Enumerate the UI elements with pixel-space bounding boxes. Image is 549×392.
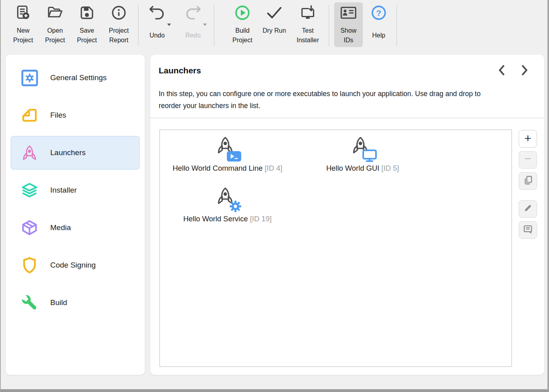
toolbar: New Project Open Project Save Project (1, 0, 547, 50)
test-installer-button[interactable]: Test Installer (290, 2, 325, 45)
build-project-icon (234, 4, 251, 22)
undo-button[interactable]: Undo (142, 2, 172, 40)
file-icon (20, 106, 39, 124)
toolbar-button-label: Redo (185, 31, 201, 40)
open-project-icon (46, 4, 64, 22)
save-project-button[interactable]: Save Project (71, 2, 103, 45)
toolbar-button-label: New Project (10, 26, 36, 45)
plus-icon: + (524, 132, 531, 144)
launcher-icon (350, 136, 376, 161)
gear-square-icon (20, 69, 39, 87)
dry-run-icon (266, 4, 283, 22)
sidebar-item-label: Build (50, 298, 67, 307)
next-step-button[interactable] (519, 64, 531, 78)
page-title: Launchers (159, 66, 201, 75)
launcher-item-service[interactable]: Hello World Service [ID 19] (160, 183, 295, 234)
wrench-icon (20, 294, 39, 312)
chevron-right-icon (521, 64, 528, 78)
project-report-button[interactable]: Project Report (103, 2, 135, 45)
remove-launcher-button[interactable]: − (519, 151, 537, 169)
copy-icon (523, 175, 533, 187)
new-project-button[interactable]: New Project (7, 2, 39, 45)
main-panel: Launchers In this step, you can configur… (150, 55, 544, 375)
toolbar-button-label: Test Installer (295, 26, 321, 45)
chevron-left-icon (498, 64, 505, 78)
minus-icon: − (524, 153, 531, 165)
toolbar-separator (138, 5, 139, 46)
launcher-label: Hello World GUI [ID 5] (326, 164, 399, 173)
step-navigation (496, 64, 531, 78)
toolbar-separator (214, 5, 214, 46)
launcher-icon (215, 136, 240, 161)
dry-run-button[interactable]: Dry Run (258, 2, 290, 35)
launcher-id: [ID 4] (265, 164, 282, 172)
comment-launcher-button[interactable] (519, 221, 537, 239)
edit-launcher-button[interactable] (519, 200, 537, 218)
sidebar-item-installer[interactable]: Installer (11, 173, 140, 207)
help-button[interactable]: ? Help (364, 2, 393, 40)
save-project-icon (78, 4, 96, 22)
sidebar-item-code-signing[interactable]: Code Signing (11, 248, 140, 282)
sidebar-item-build[interactable]: Build (11, 286, 140, 319)
launcher-item-command-line[interactable]: Hello World Command Line [ID 4] (160, 133, 295, 183)
toolbar-button-label: Dry Run (262, 26, 287, 35)
step-sidebar: General Settings Files Launchers (6, 55, 145, 375)
layers-icon (20, 181, 39, 199)
toolbar-button-label: Undo (150, 31, 165, 40)
pencil-icon (523, 203, 533, 215)
redo-button[interactable]: Redo (178, 2, 208, 40)
launcher-icon (215, 187, 240, 211)
undo-dropdown-arrow-icon[interactable] (167, 24, 171, 26)
show-ids-icon (340, 4, 357, 22)
new-project-icon (14, 4, 32, 22)
svg-text:?: ? (376, 8, 382, 18)
launcher-id: [ID 19] (250, 215, 272, 223)
comment-icon (523, 224, 533, 236)
test-installer-icon (299, 4, 317, 22)
toolbar-separator (329, 5, 329, 46)
toolbar-button-label: Save Project (74, 26, 100, 45)
sidebar-item-general-settings[interactable]: General Settings (11, 61, 140, 95)
redo-dropdown-arrow-icon[interactable] (203, 24, 207, 26)
sidebar-item-launchers[interactable]: Launchers (11, 136, 140, 169)
divider (150, 118, 544, 118)
launcher-label: Hello World Command Line [ID 4] (173, 164, 282, 173)
toolbar-button-label: Help (372, 31, 386, 40)
gear-badge-icon (229, 200, 242, 213)
open-project-button[interactable]: Open Project (39, 2, 71, 45)
show-ids-button[interactable]: Show IDs (334, 2, 363, 47)
help-icon: ? (370, 4, 388, 22)
monitor-badge-icon (362, 150, 377, 162)
toolbar-button-label: Project Report (106, 26, 132, 45)
previous-step-button[interactable] (496, 64, 508, 78)
build-project-button[interactable]: Build Project (226, 2, 258, 45)
launcher-name: Hello World Service (183, 215, 248, 223)
redo-icon (184, 4, 202, 22)
undo-icon (148, 4, 166, 22)
sidebar-item-label: Files (50, 111, 66, 120)
sidebar-item-media[interactable]: Media (11, 211, 140, 244)
sidebar-item-label: Media (50, 223, 71, 232)
sidebar-item-files[interactable]: Files (11, 98, 140, 132)
add-launcher-button[interactable]: + (519, 130, 537, 148)
step-description: In this step, you can configure one or m… (159, 88, 486, 112)
toolbar-button-label: Show IDs (336, 26, 361, 45)
launcher-actions: + − (519, 130, 537, 242)
terminal-badge-icon (226, 151, 242, 162)
sidebar-item-label: General Settings (50, 73, 107, 82)
launcher-item-gui[interactable]: Hello World GUI [ID 5] (295, 133, 430, 183)
toolbar-button-label: Open Project (42, 26, 68, 45)
package-icon (20, 219, 39, 237)
launcher-name: Hello World Command Line (173, 164, 263, 172)
app-window: New Project Open Project Save Project (0, 0, 549, 392)
launcher-id: [ID 5] (382, 164, 399, 172)
duplicate-launcher-button[interactable] (519, 172, 537, 190)
sidebar-item-label: Installer (50, 186, 77, 195)
shield-icon (20, 256, 39, 274)
rocket-icon (20, 144, 39, 162)
launcher-name: Hello World GUI (326, 164, 379, 172)
sidebar-item-label: Code Signing (50, 261, 96, 270)
toolbar-separator (396, 5, 397, 46)
sidebar-item-label: Launchers (50, 148, 86, 157)
project-report-icon (110, 4, 128, 22)
